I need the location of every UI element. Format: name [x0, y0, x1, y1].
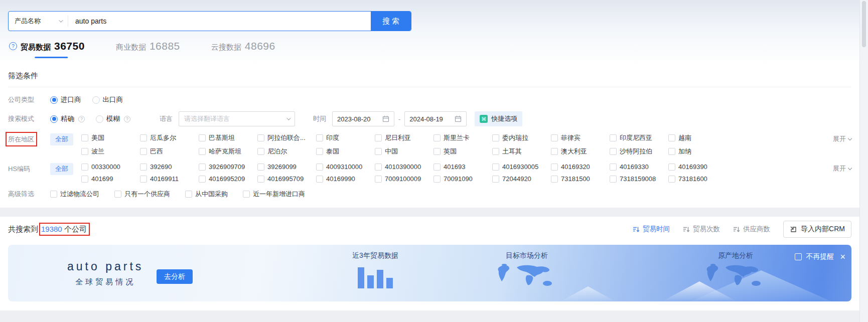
scrollbar[interactable]: [859, 0, 868, 322]
end-date-input[interactable]: 2024-08-19: [404, 111, 467, 126]
checkbox[interactable]: [610, 134, 617, 141]
checkbox[interactable]: [50, 191, 57, 198]
checkbox[interactable]: [257, 164, 264, 171]
checkbox[interactable]: [668, 134, 675, 141]
import-crm-button[interactable]: 导入内部CRM: [783, 221, 851, 238]
checkbox[interactable]: [81, 148, 88, 155]
checkbox[interactable]: [492, 148, 499, 155]
checkbox[interactable]: [668, 164, 675, 171]
region-option[interactable]: 美国: [81, 133, 140, 142]
radio-exporter[interactable]: 出口商: [92, 95, 123, 104]
checkbox[interactable]: [199, 134, 206, 141]
checkbox[interactable]: [551, 164, 558, 171]
scrollbar-thumb[interactable]: [862, 1, 866, 47]
region-option[interactable]: 沙特阿拉伯: [610, 147, 668, 156]
sort-supplier-count[interactable]: 供应商数: [733, 225, 770, 234]
tab-cloud-search-data[interactable]: 云搜数据 48696: [211, 40, 275, 52]
hscode-option[interactable]: 4010390000: [375, 163, 433, 171]
region-option[interactable]: 巴基斯坦: [199, 133, 257, 142]
info-icon[interactable]: ?: [124, 116, 130, 122]
hscode-option[interactable]: 73181500: [551, 175, 610, 183]
checkbox[interactable]: [551, 148, 558, 155]
sort-trade-time[interactable]: 贸易时间: [633, 225, 670, 234]
checkbox[interactable]: [140, 176, 147, 183]
hscode-option[interactable]: 4016930005: [492, 163, 551, 171]
search-button[interactable]: 搜 索: [371, 12, 411, 31]
checkbox[interactable]: [433, 176, 441, 183]
checkbox[interactable]: [610, 176, 617, 183]
hscode-option[interactable]: 40169330: [610, 163, 668, 171]
region-option[interactable]: 巴西: [140, 147, 199, 156]
region-option[interactable]: 斯里兰卡: [433, 133, 492, 142]
hscode-option[interactable]: 39269099: [257, 163, 316, 171]
hscode-option[interactable]: 401693: [433, 163, 492, 171]
dismiss-checkbox[interactable]: [795, 253, 802, 260]
hscode-option[interactable]: 00330000: [81, 163, 140, 171]
checkbox[interactable]: [243, 191, 250, 198]
checkbox[interactable]: [81, 164, 88, 171]
region-option[interactable]: 泰国: [316, 147, 375, 156]
region-option[interactable]: 厄瓜多尔: [140, 133, 199, 142]
radio-icon[interactable]: [92, 96, 100, 104]
tab-trade-data[interactable]: ? 贸易数据 36750: [9, 40, 85, 52]
sort-trade-count[interactable]: 贸易次数: [683, 225, 720, 234]
radio-icon[interactable]: [50, 115, 58, 123]
start-date-input[interactable]: 2023-08-20: [332, 111, 394, 126]
hscode-option[interactable]: 4016995209: [199, 175, 257, 183]
checkbox[interactable]: [375, 176, 382, 183]
checkbox[interactable]: [610, 164, 617, 171]
advanced-option[interactable]: 从中国采购: [185, 190, 228, 199]
hscode-option[interactable]: 40169390: [668, 163, 727, 171]
checkbox[interactable]: [257, 148, 264, 155]
checkbox[interactable]: [199, 176, 206, 183]
checkbox[interactable]: [316, 176, 323, 183]
checkbox[interactable]: [610, 148, 617, 155]
checkbox[interactable]: [551, 134, 558, 141]
radio-icon[interactable]: [96, 115, 103, 123]
region-option[interactable]: 印度: [316, 133, 375, 142]
hscode-option[interactable]: 4009310000: [316, 163, 375, 171]
checkbox[interactable]: [140, 134, 147, 141]
hscode-option[interactable]: 4016995709: [257, 175, 316, 183]
tab-business-data[interactable]: 商业数据 16885: [116, 40, 180, 52]
region-option[interactable]: 印度尼西亚: [610, 133, 668, 142]
checkbox[interactable]: [668, 148, 675, 155]
checkbox[interactable]: [551, 176, 558, 183]
checkbox[interactable]: [316, 164, 323, 171]
hscode-option[interactable]: 7009100009: [375, 175, 433, 183]
checkbox[interactable]: [185, 191, 192, 198]
checkbox[interactable]: [199, 164, 206, 171]
checkbox[interactable]: [433, 164, 441, 171]
search-category-select[interactable]: 产品名称: [9, 12, 68, 31]
checkbox[interactable]: [433, 148, 441, 155]
quick-options-button[interactable]: ⌘ 快捷选项: [475, 111, 522, 126]
region-option[interactable]: 加纳: [668, 147, 727, 156]
region-option[interactable]: 越南: [668, 133, 727, 142]
hscode-option[interactable]: 401699: [81, 175, 140, 183]
checkbox[interactable]: [316, 148, 323, 155]
checkbox[interactable]: [492, 134, 499, 141]
region-option[interactable]: 菲律宾: [551, 133, 610, 142]
checkbox[interactable]: [81, 134, 88, 141]
checkbox[interactable]: [668, 176, 675, 183]
checkbox[interactable]: [492, 176, 499, 183]
hscode-all-button[interactable]: 全部: [50, 163, 73, 175]
checkbox[interactable]: [257, 134, 264, 141]
info-icon[interactable]: ?: [78, 116, 85, 122]
radio-fuzzy-mode[interactable]: 模糊: [96, 114, 120, 123]
region-option[interactable]: 阿拉伯联合...: [257, 133, 316, 142]
region-option[interactable]: 中国: [375, 147, 433, 156]
region-all-button[interactable]: 全部: [50, 133, 73, 145]
checkbox[interactable]: [375, 148, 382, 155]
radio-icon[interactable]: [50, 96, 58, 104]
checkbox[interactable]: [492, 164, 499, 171]
radio-importer[interactable]: 进口商: [50, 95, 81, 104]
checkbox[interactable]: [199, 148, 206, 155]
hscode-option[interactable]: 3926909709: [199, 163, 257, 171]
checkbox[interactable]: [375, 164, 382, 171]
region-option[interactable]: 尼泊尔: [257, 147, 316, 156]
region-option[interactable]: 波兰: [81, 147, 140, 156]
radio-exact-mode[interactable]: 精确: [50, 114, 74, 123]
analyze-button[interactable]: 去分析: [157, 269, 193, 284]
hscode-option[interactable]: 40169990: [316, 175, 375, 183]
